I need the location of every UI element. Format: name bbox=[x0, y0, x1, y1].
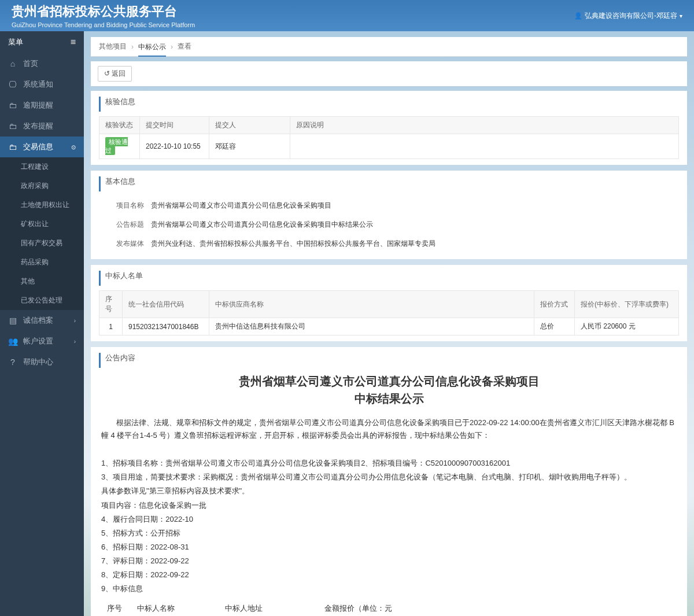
notice-line: 8、定标日期：2022-09-22 bbox=[101, 569, 677, 581]
status-badge: 核验通过 bbox=[105, 137, 128, 155]
th: 中标人名称 bbox=[132, 600, 219, 616]
sidebar-item[interactable]: ▤诚信档案› bbox=[0, 310, 84, 331]
hamburger-icon[interactable]: ≡ bbox=[71, 37, 76, 47]
user-name: 弘典建设咨询有限公司-邓廷容 bbox=[585, 11, 677, 21]
nav-label: 交易信息 bbox=[23, 142, 53, 152]
back-arrow-icon: ↺ bbox=[104, 69, 110, 78]
notice-line: 6、招标日期：2022-08-31 bbox=[101, 541, 677, 554]
nav-label: 系统通知 bbox=[23, 79, 53, 90]
sidebar-item[interactable]: 🗀发布提醒 bbox=[0, 116, 84, 137]
sidebar-item[interactable]: 👥帐户设置› bbox=[0, 331, 84, 352]
notice-heading: 贵州省烟草公司遵义市公司道真分公司信息化设备采购项目 中标结果公示 bbox=[99, 372, 679, 407]
th: 统一社会信用代码 bbox=[123, 291, 209, 318]
info-value: 贵州省烟草公司遵义市公司道真分公司信息化设备采购项目 bbox=[151, 201, 679, 211]
notice-line: 7、评标日期：2022-09-22 bbox=[101, 555, 677, 567]
info-label: 项目名称 bbox=[99, 201, 151, 211]
cell: 91520321347001846B bbox=[123, 318, 209, 335]
sidebar-sub-item[interactable]: 矿权出让 bbox=[0, 215, 84, 234]
sidebar: 菜单 ≡ ⌂首页🖵系统通知🗀逾期提醒🗀发布提醒🗀交易信息⊙工程建设政府采购土地使… bbox=[0, 31, 84, 616]
back-bar: ↺ 返回 bbox=[91, 61, 687, 86]
cell: 2022-10-10 10:55 bbox=[140, 134, 209, 159]
nav-icon: 👥 bbox=[8, 337, 17, 346]
breadcrumb: 其他项目 › 中标公示 › 查看 bbox=[91, 37, 687, 57]
back-label: 返回 bbox=[112, 69, 125, 78]
sidebar-sub-item[interactable]: 国有产权交易 bbox=[0, 234, 84, 253]
nav-label: 首页 bbox=[23, 58, 38, 69]
notice-line: 3、项目用途，简要技术要求：采购概况：贵州省烟草公司遵义市公司道真分公司办公用信… bbox=[101, 471, 677, 484]
notice-line: 4、履行合同日期：2022-10 bbox=[101, 513, 677, 526]
sidebar-sub-item[interactable]: 土地使用权出让 bbox=[0, 196, 84, 215]
nav-icon: ▤ bbox=[8, 316, 17, 325]
cell: 1 bbox=[99, 318, 123, 335]
crumb-c: 查看 bbox=[178, 42, 191, 51]
th: 报价方式 bbox=[534, 291, 575, 318]
th: 序号 bbox=[99, 291, 123, 318]
crumb-sep: › bbox=[171, 43, 173, 51]
info-value: 贵州兴业利达、贵州省招标投标公共服务平台、中国招标投标公共服务平台、国家烟草专卖… bbox=[151, 239, 679, 249]
chevron-right-icon: › bbox=[74, 338, 76, 345]
sidebar-sub-item[interactable]: 药品采购 bbox=[0, 253, 84, 272]
panel-title: 基本信息 bbox=[99, 176, 679, 191]
back-button[interactable]: ↺ 返回 bbox=[98, 66, 132, 82]
info-row: 发布媒体贵州兴业利达、贵州省招标投标公共服务平台、中国招标投标公共服务平台、国家… bbox=[99, 234, 679, 253]
table-row: 核验通过 2022-10-10 10:55 邓廷容 bbox=[99, 134, 679, 159]
site-subtitle: GuiZhou Province Tendering and Bidding P… bbox=[12, 21, 195, 28]
basic-panel: 基本信息 项目名称贵州省烟草公司遵义市公司道真分公司信息化设备采购项目公告标题贵… bbox=[91, 171, 687, 259]
user-icon bbox=[574, 12, 582, 20]
notice-intro: 根据法律、法规、规章和招标文件的规定，贵州省烟草公司遵义市公司道真分公司信息化设… bbox=[101, 416, 677, 442]
chevron-down-icon: ▾ bbox=[680, 13, 682, 19]
sidebar-item[interactable]: 🗀交易信息⊙ bbox=[0, 137, 84, 157]
notice-line: 项目内容：信息化设备采购一批 bbox=[101, 499, 677, 512]
nav-label: 帮助中心 bbox=[23, 357, 53, 367]
notice-line: 1、招标项目名称：贵州省烟草公司遵义市公司道真分公司信息化设备采购项目2、招标项… bbox=[101, 457, 677, 470]
nav-label: 诚信档案 bbox=[23, 315, 53, 326]
nav-icon: 🗀 bbox=[8, 142, 17, 152]
nav-label: 逾期提醒 bbox=[23, 100, 53, 110]
sidebar-item[interactable]: 🖵系统通知 bbox=[0, 74, 84, 95]
th: 中标供应商名称 bbox=[209, 291, 534, 318]
notice-panel: 公告内容 贵州省烟草公司遵义市公司道真分公司信息化设备采购项目 中标结果公示 根… bbox=[91, 347, 687, 616]
notice-body: 根据法律、法规、规章和招标文件的规定，贵州省烟草公司遵义市公司道真分公司信息化设… bbox=[99, 412, 679, 616]
nav-icon: ⌂ bbox=[8, 59, 17, 68]
menu-header: 菜单 ≡ bbox=[0, 31, 84, 53]
crumb-sep: › bbox=[131, 43, 134, 51]
chevron-down-icon: ⊙ bbox=[71, 144, 76, 150]
panel-title: 核验信息 bbox=[99, 97, 679, 112]
info-label: 发布媒体 bbox=[99, 239, 151, 249]
th: 提交人 bbox=[209, 117, 290, 134]
th: 提交时间 bbox=[140, 117, 209, 134]
th: 原因说明 bbox=[290, 117, 679, 134]
info-row: 公告标题贵州省烟草公司遵义市公司道真分公司信息化设备采购项目中标结果公示 bbox=[99, 215, 679, 234]
crumb-b[interactable]: 中标公示 bbox=[138, 42, 166, 57]
winners-panel: 中标人名单 序号 统一社会信用代码 中标供应商名称 报价方式 报价(中标价、下浮… bbox=[91, 265, 687, 341]
notice-line: 5、招标方式：公开招标 bbox=[101, 527, 677, 540]
sidebar-sub-item[interactable]: 政府采购 bbox=[0, 176, 84, 196]
sidebar-sub-item[interactable]: 工程建设 bbox=[0, 157, 84, 176]
nav-label: 发布提醒 bbox=[23, 121, 53, 131]
th: 报价(中标价、下浮率或费率) bbox=[575, 291, 679, 318]
info-label: 公告标题 bbox=[99, 220, 151, 230]
nav-label: 帐户设置 bbox=[23, 336, 53, 346]
sidebar-item[interactable]: 🗀逾期提醒 bbox=[0, 95, 84, 116]
top-header: 贵州省招标投标公共服务平台 GuiZhou Province Tendering… bbox=[0, 0, 694, 31]
crumb-a[interactable]: 其他项目 bbox=[99, 42, 127, 51]
th: 金额报价（单位：元人民币） bbox=[320, 600, 401, 616]
nav-icon: 🗀 bbox=[8, 121, 17, 131]
user-menu[interactable]: 弘典建设咨询有限公司-邓廷容 ▾ bbox=[574, 11, 682, 21]
info-value: 贵州省烟草公司遵义市公司道真分公司信息化设备采购项目中标结果公示 bbox=[151, 220, 679, 230]
th: 序号 bbox=[102, 600, 131, 616]
cell: 贵州中信达信息科技有限公司 bbox=[209, 318, 534, 335]
info-row: 项目名称贵州省烟草公司遵义市公司道真分公司信息化设备采购项目 bbox=[99, 196, 679, 215]
th: 中标人地址 bbox=[220, 600, 319, 616]
table-row: 1 91520321347001846B 贵州中信达信息科技有限公司 总价 人民… bbox=[99, 318, 679, 335]
sidebar-item[interactable]: ?帮助中心 bbox=[0, 352, 84, 372]
th: 核验状态 bbox=[99, 117, 140, 134]
main-content: 其他项目 › 中标公示 › 查看 ↺ 返回 核验信息 核验状态 提交时间 提交人… bbox=[84, 31, 694, 616]
verify-panel: 核验信息 核验状态 提交时间 提交人 原因说明 核验通过 2022-10-10 … bbox=[91, 91, 687, 165]
sidebar-sub-item[interactable]: 其他 bbox=[0, 272, 84, 291]
bid-inner-table: 序号 中标人名称 中标人地址 金额报价（单位：元人民币） 1 贵州中信达信息科技… bbox=[101, 599, 402, 616]
panel-title: 中标人名单 bbox=[99, 271, 679, 286]
sidebar-item[interactable]: ⌂首页 bbox=[0, 53, 84, 74]
notice-line: 9、中标信息 bbox=[101, 582, 677, 595]
sidebar-sub-item[interactable]: 已发公告处理 bbox=[0, 291, 84, 310]
